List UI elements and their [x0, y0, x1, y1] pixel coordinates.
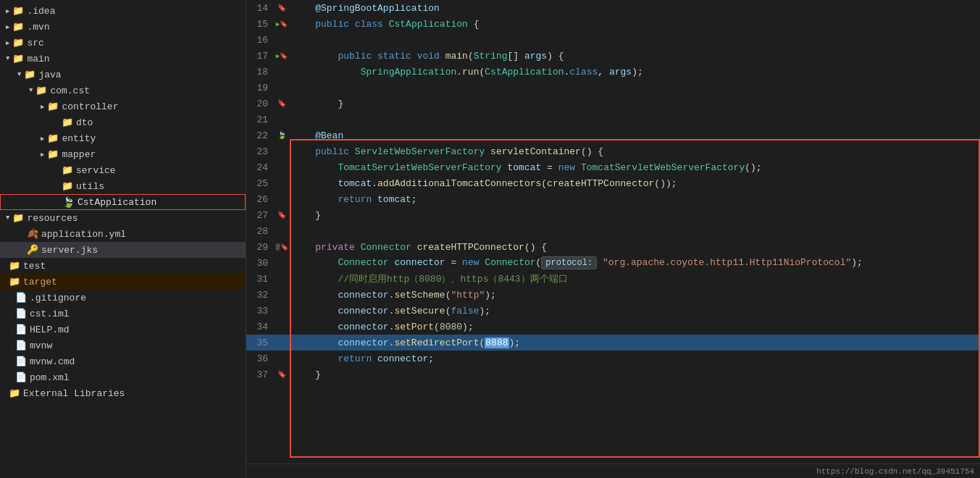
- tree-item-label: mvnw: [30, 340, 52, 351]
- line-number: 36: [246, 353, 274, 364]
- code-line-37: 37🔖 }: [246, 366, 980, 382]
- folder-icon: 📁: [12, 5, 24, 17]
- folder-icon: 📁: [47, 101, 59, 112]
- folder-icon: 📁: [12, 21, 24, 33]
- folder-icon: 📁: [35, 85, 47, 96]
- sidebar-item-target[interactable]: 📁target: [0, 274, 246, 290]
- line-gutter: 🔖: [274, 211, 290, 219]
- sidebar-item-server.jks[interactable]: 🔑server.jks: [0, 242, 246, 258]
- tree-item-label: utils: [76, 181, 104, 192]
- arrow-icon: ▶: [41, 103, 44, 111]
- sidebar-item-mvnw.cmd[interactable]: 📄mvnw.cmd: [0, 353, 246, 369]
- sidebar-item-src[interactable]: ▶📁src: [0, 35, 246, 51]
- sidebar-item-mvn[interactable]: ▶📁.mvn: [0, 19, 246, 35]
- line-content: }: [290, 210, 980, 221]
- code-line-28: 28: [246, 223, 980, 239]
- arrow-icon: ▶: [6, 7, 9, 15]
- folder-icon: 📁: [62, 164, 73, 176]
- tree-item-label: main: [27, 54, 49, 64]
- tree-item-label: pom.xml: [30, 372, 70, 383]
- tree-item-label: dto: [76, 117, 93, 128]
- code-line-20: 20🔖 }: [246, 96, 980, 112]
- sidebar-item-pom.xml[interactable]: 📄pom.xml: [0, 369, 246, 385]
- sidebar-item-CstApplication[interactable]: 🍃CstApplication: [0, 194, 246, 210]
- sidebar-item-main[interactable]: ▼📁main: [0, 51, 246, 67]
- code-line-33: 33 connector.setSecure(false);: [246, 303, 980, 319]
- line-content: public class CstApplication {: [290, 19, 980, 30]
- jks-icon: 🔑: [27, 244, 38, 256]
- arrow-icon: ▶: [41, 151, 44, 159]
- sidebar-item-HELP.md[interactable]: 📄HELP.md: [0, 322, 246, 337]
- sidebar-item-test[interactable]: 📁test: [0, 258, 246, 274]
- sidebar-item-mvnw[interactable]: 📄mvnw: [0, 337, 246, 353]
- line-number: 15: [246, 19, 274, 30]
- bottom-bar: https://blog.csdn.net/qq_39451754: [246, 464, 980, 478]
- code-line-17: 17▶🔖 public static void main(String[] ar…: [246, 48, 980, 64]
- tree-item-label: test: [23, 261, 46, 272]
- tree-item-label: mapper: [62, 149, 96, 160]
- code-line-22: 22🍃 @Bean: [246, 127, 980, 143]
- tree-item-label: src: [27, 38, 43, 49]
- sidebar-item-idea[interactable]: ▶📁.idea: [0, 3, 246, 19]
- arrow-icon: ▼: [29, 87, 33, 94]
- sidebar-item-service[interactable]: 📁service: [0, 162, 246, 178]
- sidebar-item-resources[interactable]: ▼📁resources: [0, 210, 246, 226]
- sidebar-item-utils[interactable]: 📁utils: [0, 178, 246, 194]
- line-number: 35: [246, 337, 274, 348]
- code-line-35: 35 connector.setRedirectPort(8888);: [246, 335, 980, 351]
- line-content: }: [290, 98, 980, 109]
- sidebar-item-.gitignore[interactable]: 📄.gitignore: [0, 290, 246, 306]
- line-content: @Bean: [290, 130, 980, 141]
- line-content: public static void main(String[] args) {: [290, 51, 980, 62]
- sidebar-item-controller[interactable]: ▶📁controller: [0, 98, 246, 114]
- file-icon: 📄: [15, 324, 27, 335]
- code-line-25: 25 tomcat.addAdditionalTomcatConnectors(…: [246, 175, 980, 191]
- tree-item-label: .idea: [27, 6, 55, 17]
- line-content: connector.setRedirectPort(8888);: [290, 337, 980, 348]
- tree-item-label: resources: [27, 213, 78, 224]
- sidebar-item-com.cst[interactable]: ▼📁com.cst: [0, 83, 246, 98]
- sidebar-item-dto[interactable]: 📁dto: [0, 114, 246, 130]
- sidebar-item-java[interactable]: ▼📁java: [0, 67, 246, 83]
- line-content: connector.setSecure(false);: [290, 306, 980, 316]
- code-line-21: 21: [246, 112, 980, 127]
- tree-item-label: .mvn: [27, 22, 49, 33]
- line-number: 23: [246, 146, 274, 157]
- sidebar-item-cst.iml[interactable]: 📄cst.iml: [0, 306, 246, 322]
- line-content: return connector;: [290, 353, 980, 364]
- folder-icon: 📁: [62, 117, 73, 128]
- line-number: 37: [246, 369, 274, 380]
- folder-icon: 📁: [9, 387, 20, 399]
- code-line-19: 19: [246, 80, 980, 96]
- line-content: private Connector createHTTPConnector() …: [290, 242, 980, 253]
- file-icon: 📄: [15, 340, 27, 351]
- line-gutter: 🔖: [274, 4, 290, 12]
- line-content: Connector connector = new Connector(prot…: [290, 256, 980, 269]
- folder-icon: 📁: [47, 148, 59, 160]
- line-content: @SpringBootApplication: [290, 3, 980, 14]
- line-content: return tomcat;: [290, 194, 980, 205]
- tree-item-label: HELP.md: [30, 324, 70, 335]
- line-number: 28: [246, 226, 274, 237]
- code-line-29: 29@🔖 private Connector createHTTPConnect…: [246, 239, 980, 255]
- line-content: SpringApplication.run(CstApplication.cla…: [290, 67, 980, 77]
- sidebar-item-mapper[interactable]: ▶📁mapper: [0, 146, 246, 162]
- tree-item-label: java: [38, 70, 61, 80]
- line-content: tomcat.addAdditionalTomcatConnectors(cre…: [290, 178, 980, 189]
- sidebar-item-application.yml[interactable]: 🍂application.yml: [0, 226, 246, 242]
- sidebar-item-External Libraries[interactable]: 📁External Libraries: [0, 385, 246, 401]
- line-gutter: ▶🔖: [274, 52, 290, 60]
- folder-icon: 📁: [9, 260, 20, 272]
- tree-item-label: target: [23, 277, 57, 288]
- line-number: 27: [246, 210, 274, 221]
- yaml-icon: 🍂: [27, 228, 38, 240]
- code-line-24: 24 TomcatServletWebServerFactory tomcat …: [246, 159, 980, 175]
- folder-icon: 📁: [62, 180, 73, 192]
- sidebar-item-entity[interactable]: ▶📁entity: [0, 130, 246, 146]
- line-gutter: 🔖: [274, 370, 290, 379]
- code-line-27: 27🔖 }: [246, 207, 980, 223]
- line-number: 24: [246, 162, 274, 173]
- code-line-16: 16: [246, 32, 980, 48]
- line-number: 29: [246, 242, 274, 253]
- line-number: 25: [246, 178, 274, 189]
